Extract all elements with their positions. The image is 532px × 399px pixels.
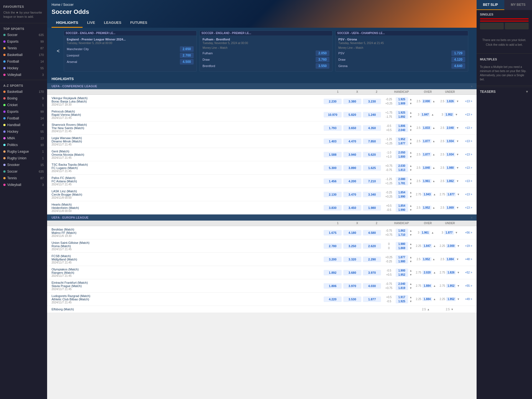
hcap-odd1[interactable]: 1.980 [396, 242, 408, 246]
under-down-icon[interactable]: ▼ [457, 193, 460, 196]
hcap-odd2[interactable]: 1.990 [396, 195, 408, 199]
hcap-odd2[interactable]: 1.800 [396, 155, 408, 159]
over-up-icon[interactable]: ▲ [433, 126, 435, 129]
sidebar-item-volleyball[interactable]: Volleyball3 [0, 71, 47, 78]
oddX-btn[interactable]: 5.820 [343, 112, 361, 117]
featured-odd-btn[interactable]: 3.760 [316, 57, 329, 62]
more-markets-btn[interactable]: +55 > [462, 284, 472, 287]
hcap-down-icon[interactable]: ▼ [409, 182, 413, 185]
odd1-btn[interactable]: 4.220 [324, 296, 342, 302]
under-odd[interactable]: 1.826 [446, 99, 455, 103]
over-odd[interactable]: 2.020 [422, 270, 432, 275]
hcap-odd1[interactable]: 2.080 [396, 177, 408, 181]
odd2-btn[interactable]: 3.970 [363, 270, 381, 275]
hcap-odd1[interactable]: 1.917 [396, 295, 408, 299]
hcap-odd2[interactable]: 1.813 [396, 168, 408, 172]
under-odd[interactable]: 1.884 [446, 257, 455, 261]
sidebar-item-tennis[interactable]: Tennis87 [0, 45, 47, 52]
over-odd[interactable]: 1.943 [422, 192, 432, 196]
tab-highlights[interactable]: HIGHLIGHTS [52, 18, 83, 28]
more-markets-btn[interactable]: +13 > [462, 100, 472, 103]
league-row-0[interactable]: UEFA - CONFERENCE LEAGUE› [47, 83, 477, 89]
oddX-btn[interactable]: 3.450 [343, 205, 361, 211]
hcap-odd2[interactable]: 2.040 [396, 128, 408, 132]
oddX-btn[interactable]: 3.320 [343, 257, 361, 262]
hcap-down-icon[interactable]: ▼ [409, 129, 413, 132]
odd2-btn[interactable]: 2.290 [363, 257, 381, 262]
hcap-up-icon[interactable]: ▲ [409, 256, 413, 259]
under-odd[interactable]: 1.934 [446, 139, 455, 143]
sidebar-item-esports[interactable]: Esports99 [0, 38, 47, 45]
over-odd[interactable]: 1.961 [422, 179, 431, 183]
hcap-down-icon[interactable]: ▼ [409, 155, 413, 158]
featured-odd-btn[interactable]: 1.729 [451, 50, 465, 56]
under-down-icon[interactable]: ▼ [456, 100, 459, 103]
hcap-odd1[interactable]: 1.854 [396, 190, 408, 195]
oddX-btn[interactable]: 3.650 [343, 125, 361, 131]
hcap-odd2[interactable]: 1.909 [396, 101, 408, 106]
az-item-rugby-union[interactable]: Rugby Union1 [0, 155, 47, 162]
over-up-icon[interactable]: ▲ [433, 140, 435, 143]
odd1-btn[interactable]: 1.456 [324, 178, 342, 184]
hcap-odd1[interactable]: 1.925 [396, 97, 408, 101]
featured-odd-btn[interactable]: 4.500 [180, 59, 194, 65]
odd2-btn[interactable]: 4.030 [363, 283, 381, 289]
az-item-boxing[interactable]: Boxing9 [0, 95, 47, 102]
hcap-down-icon[interactable]: ▼ [409, 247, 413, 250]
more-markets-btn[interactable]: +56 > [462, 231, 472, 234]
under-odd[interactable]: 1.952 [444, 112, 454, 117]
more-markets-btn[interactable]: +13 > [462, 113, 472, 116]
hcap-odd1[interactable]: 1.854 [396, 204, 408, 208]
odd2-btn[interactable]: 3.230 [363, 99, 381, 104]
over-odd[interactable]: 1.833 [422, 126, 431, 130]
oddX-btn[interactable]: 3.470 [343, 192, 361, 197]
over-odd[interactable]: 1.877 [422, 152, 431, 157]
under-down-icon[interactable]: ▼ [456, 166, 459, 169]
odd1-btn[interactable]: 10.970 [324, 112, 342, 117]
odd2-btn[interactable]: 4.580 [363, 230, 381, 236]
odd1-btn[interactable]: 3.200 [324, 257, 342, 262]
hcap-down-icon[interactable]: ▼ [409, 273, 413, 276]
oddX-btn[interactable]: 4.180 [343, 230, 361, 236]
over-up-icon[interactable]: ▲ [433, 244, 436, 247]
under-down-icon[interactable]: ▼ [457, 271, 460, 274]
az-item-basketball[interactable]: Basketball170 [0, 88, 47, 95]
over-odd[interactable]: 1.877 [422, 139, 431, 143]
under-down-icon[interactable]: ▼ [457, 298, 460, 301]
hcap-down-icon[interactable]: ▼ [409, 287, 413, 290]
over-up-icon[interactable]: ▲ [433, 271, 436, 274]
hcap-odd1[interactable]: 1.952 [396, 137, 408, 141]
hcap-down-icon[interactable]: ▼ [409, 195, 413, 198]
more-markets-btn[interactable]: +13 > [462, 126, 472, 129]
hcap-odd2[interactable]: 1.877 [396, 141, 408, 145]
hcap-up-icon[interactable]: ▲ [409, 282, 413, 285]
hcap-down-icon[interactable]: ▼ [409, 115, 413, 118]
sidebar-item-football[interactable]: Football14 [0, 58, 47, 65]
odd2-btn[interactable]: 1.625 [363, 165, 381, 171]
az-item-rugby-league[interactable]: Rugby League1 [0, 148, 47, 155]
hcap-up-icon[interactable]: ▲ [409, 151, 413, 154]
hcap-odd1[interactable]: 1.806 [396, 124, 408, 128]
under-down-icon[interactable]: ▼ [456, 140, 459, 143]
featured-odd-btn[interactable]: 2.650 [180, 46, 194, 52]
over-up-icon[interactable]: ▲ [433, 206, 435, 209]
over-up-icon[interactable]: ▲ [431, 113, 434, 116]
hcap-up-icon[interactable]: ▲ [409, 178, 413, 181]
over-up-icon[interactable]: ▲ [433, 298, 436, 301]
tab-futures[interactable]: FUTURES [126, 18, 152, 28]
az-item-soccer[interactable]: Soccer635 [0, 168, 47, 175]
hcap-odd1[interactable]: 2.030 [396, 164, 408, 168]
under-down-icon[interactable]: ▼ [457, 244, 460, 247]
oddX-btn[interactable]: 3.890 [343, 165, 361, 171]
over-odd[interactable]: 1.952 [422, 257, 431, 261]
sidebar-item-hockey[interactable]: Hockey55 [0, 65, 47, 71]
more-markets-btn[interactable]: +13 > [462, 206, 472, 209]
under-down-icon[interactable]: ▼ [456, 206, 459, 209]
az-item-snooker[interactable]: Snooker15 [0, 162, 47, 168]
under-odd[interactable]: 1.877 [444, 231, 454, 235]
hcap-odd2[interactable]: 1.925 [396, 299, 408, 303]
hcap-odd2[interactable]: 1.990 [396, 208, 408, 212]
hcap-odd2[interactable]: 1.980 [396, 259, 408, 264]
under-down-icon[interactable]: ▼ [457, 284, 460, 287]
under-down-icon[interactable]: ▼ [456, 180, 459, 183]
